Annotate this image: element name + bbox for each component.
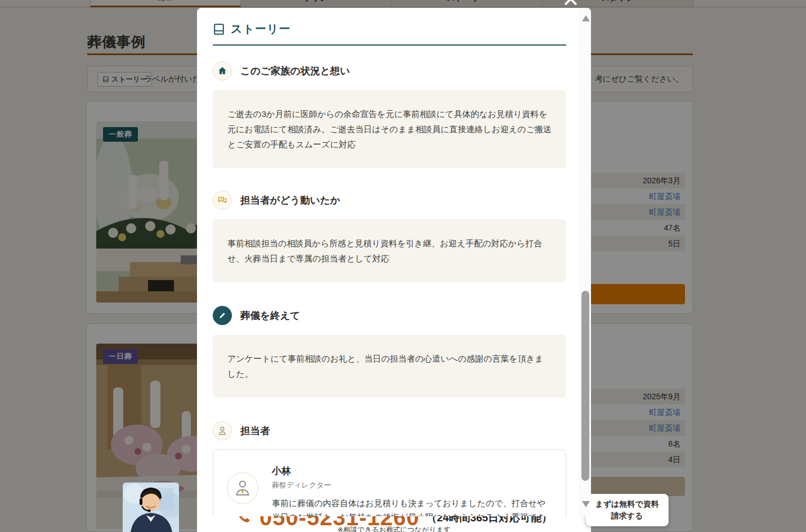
request-brochure-button[interactable]: まずは無料で資料請求する — [585, 494, 669, 526]
section-family-heading: このご家族の状況と想い — [213, 61, 566, 80]
section-director-heading: 担当者 — [213, 421, 566, 440]
staff-comment: 事前に葬儀の内容自体はお見積りも決まっておりましたので、打合せや当日のお世話も、… — [272, 496, 552, 516]
chat-icon — [213, 191, 232, 210]
story-modal: ストーリー このご家族の状況と想い ご逝去の3か月前に医師からの余命宣告を元に事… — [197, 8, 591, 516]
book-icon — [213, 23, 225, 35]
close-icon[interactable]: ✕ — [562, 0, 580, 10]
staff-avatar — [227, 472, 258, 504]
section-title: このご家族の状況と想い — [240, 64, 350, 78]
pen-icon — [213, 306, 232, 325]
staff-role: 葬祭ディレクター — [272, 480, 552, 490]
modal-title-divider — [213, 44, 566, 46]
section-title: 担当者がどう動いたか — [240, 193, 340, 207]
staff-name: 小林 — [272, 465, 552, 477]
section-after-heading: 葬儀を終えて — [213, 306, 566, 325]
section-family-body: ご逝去の3か月前に医師からの余命宣告を元に事前相談にて具体的なお見積り資料を元に… — [213, 90, 566, 168]
modal-title: ストーリー — [231, 21, 290, 37]
section-staff-actions-heading: 担当者がどう動いたか — [213, 191, 566, 210]
scrollbar-thumb[interactable] — [581, 291, 589, 481]
staff-info: 小林 葬祭ディレクター 事前に葬儀の内容自体はお見積りも決まっておりましたので、… — [272, 465, 552, 516]
section-title: 葬儀を終えて — [240, 309, 300, 322]
section-staff-actions-body: 事前相談担当の相談員から所感と見積り資料を引き継、お迎え手配の対応から打合せ、火… — [213, 219, 566, 282]
modal-header: ストーリー — [213, 8, 566, 37]
modal-scrollbar[interactable] — [580, 8, 591, 516]
staff-card: 小林 葬祭ディレクター 事前に葬儀の内容自体はお見積りも決まっておりましたので、… — [213, 449, 566, 516]
person-icon — [213, 421, 232, 440]
section-title: 担当者 — [240, 424, 270, 438]
home-icon — [213, 61, 232, 80]
call-operator-photo — [123, 483, 179, 532]
phone-note: ※相談できるお葬式につながります — [197, 525, 591, 532]
scroll-up-arrow-icon[interactable] — [582, 15, 590, 21]
scroll-down-arrow-icon[interactable] — [582, 501, 590, 507]
section-after-body: アンケートにて事前相談のお礼と、当日の担当者の心遣いへの感謝の言葉を頂きました。 — [213, 335, 566, 398]
